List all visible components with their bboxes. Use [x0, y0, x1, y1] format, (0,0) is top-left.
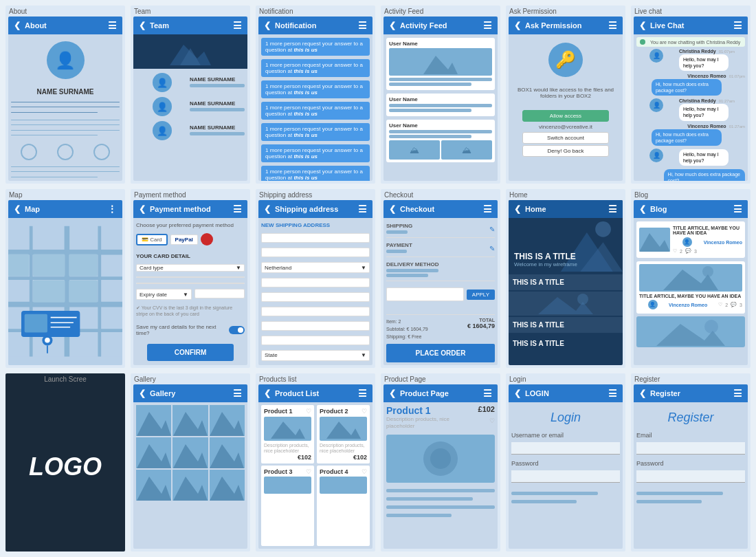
back-icon[interactable]: ❮ [139, 204, 146, 214]
menu-icon[interactable]: ☰ [733, 388, 742, 399]
address1-field[interactable] [261, 278, 370, 287]
back-icon[interactable]: ❮ [514, 204, 521, 214]
first-name-field[interactable] [261, 233, 370, 243]
menu-icon[interactable]: ☰ [608, 388, 617, 399]
payment-edit-icon[interactable]: ✎ [489, 245, 495, 252]
gallery-item[interactable] [136, 437, 171, 468]
last-name-field[interactable] [261, 248, 370, 257]
shipping-label: Shipping address [256, 189, 375, 199]
product-card[interactable]: Product 2 ♡ Description products, nice p… [317, 405, 370, 464]
postcode-field[interactable] [261, 336, 370, 345]
menu-icon[interactable]: ⋮ [107, 204, 117, 215]
menu-icon[interactable]: ☰ [233, 204, 242, 215]
home-subtitle: Welcome in my wireframe [514, 261, 577, 267]
apply-button[interactable]: APPLY [467, 290, 495, 300]
back-icon[interactable]: ❮ [264, 389, 271, 398]
menu-icon[interactable]: ☰ [483, 204, 492, 215]
back-icon[interactable]: ❮ [639, 389, 646, 398]
notification-item: 1 more person request your answer to a q… [261, 123, 370, 141]
register-phone: ❮ Register ☰ Register Email Password [634, 384, 748, 549]
back-icon[interactable]: ❮ [14, 21, 21, 30]
back-icon[interactable]: ❮ [639, 21, 646, 30]
product-page-label: Product Page [381, 373, 500, 383]
menu-icon[interactable]: ☰ [608, 20, 617, 31]
mobile-no-field[interactable] [136, 283, 245, 284]
save-card-toggle[interactable] [229, 326, 245, 334]
back-icon[interactable]: ❮ [389, 389, 396, 398]
svg-rect-13 [8, 254, 29, 276]
email-input[interactable] [636, 442, 745, 455]
back-icon[interactable]: ❮ [514, 21, 521, 30]
menu-icon[interactable]: ☰ [233, 20, 242, 31]
shipping-header: ❮ Shipping address ☰ [258, 200, 373, 218]
address3-field[interactable] [261, 307, 370, 316]
gallery-item[interactable] [136, 405, 171, 436]
expiry-select[interactable]: Expiry date ▼ [136, 289, 192, 300]
gallery-item[interactable] [173, 470, 208, 501]
back-icon[interactable]: ❮ [639, 204, 646, 214]
back-icon[interactable]: ❮ [139, 21, 146, 30]
menu-icon[interactable]: ☰ [483, 20, 492, 31]
card-number-field[interactable] [136, 276, 245, 278]
card-type-select[interactable]: Card type ▼ [136, 264, 245, 272]
back-icon[interactable]: ❮ [514, 389, 521, 398]
password-input[interactable] [511, 470, 620, 483]
back-icon[interactable]: ❮ [389, 21, 396, 30]
mastercard-icon[interactable] [201, 233, 213, 245]
menu-icon[interactable]: ☰ [233, 388, 242, 399]
shipping-section-title: NEW SHIPPING ADDRESS [261, 221, 370, 230]
main-grid: About ❮ About ☰ 👤 NAME SURNAME [0, 0, 756, 557]
cvv-field[interactable] [194, 289, 245, 298]
favorite-icon[interactable]: ♡ [306, 408, 311, 415]
state-select[interactable]: State ▼ [261, 350, 370, 361]
paypal-option[interactable]: PayPal [170, 234, 198, 245]
shipping-edit-icon[interactable]: ✎ [489, 226, 495, 233]
shipping-phone: ❮ Shipping address ☰ NEW SHIPPING ADDRES… [258, 200, 373, 364]
menu-icon[interactable]: ☰ [608, 204, 617, 215]
confirm-button[interactable]: CONFIRM [147, 344, 234, 361]
back-icon[interactable]: ❮ [264, 204, 271, 214]
favorite-icon[interactable]: ♡ [362, 408, 367, 415]
gallery-item[interactable] [210, 437, 245, 468]
text-line [190, 132, 245, 135]
switch-account-button[interactable]: Switch account [522, 132, 609, 144]
credit-card-option[interactable]: 💳 Card [136, 234, 168, 245]
username-input[interactable] [511, 442, 620, 455]
product-page-body: Product 1 Description products, nice pla… [383, 402, 498, 549]
product-price: €102 [264, 454, 311, 461]
gallery-item[interactable] [173, 437, 208, 468]
back-icon[interactable]: ❮ [139, 389, 146, 398]
favorite-icon[interactable]: ♡ [306, 468, 311, 475]
blog-post-row: TITLE ARTICLE, MAYBE YOU HAVE AN IDEA 👤 … [639, 226, 742, 254]
favorite-icon[interactable]: ♡ [489, 417, 495, 424]
menu-icon[interactable]: ☰ [358, 388, 367, 399]
gallery-item[interactable] [173, 405, 208, 436]
notification-phone: ❮ Notification ☰ 1 more person request y… [258, 17, 373, 181]
gallery-item[interactable] [210, 405, 245, 436]
coupon-field[interactable] [386, 287, 464, 301]
menu-icon[interactable]: ☰ [733, 204, 742, 215]
deny-button[interactable]: Deny! Go back [522, 145, 609, 157]
menu-icon[interactable]: ☰ [733, 20, 742, 31]
menu-icon[interactable]: ☰ [358, 204, 367, 215]
menu-icon[interactable]: ☰ [108, 20, 117, 31]
menu-icon[interactable]: ☰ [483, 388, 492, 399]
country-select[interactable]: Netherland ▼ [261, 262, 370, 273]
gallery-item[interactable] [136, 470, 171, 501]
back-icon[interactable]: ❮ [389, 204, 396, 214]
favorite-icon[interactable]: ♡ [362, 468, 367, 475]
product-card[interactable]: Product 4 ♡ [317, 466, 370, 546]
svg-marker-40 [137, 477, 171, 501]
back-icon[interactable]: ❮ [264, 21, 271, 30]
product-card[interactable]: Product 3 ♡ [261, 466, 314, 546]
register-password-input[interactable] [636, 470, 745, 483]
product-card[interactable]: Product 1 ♡ Description products, nice p… [261, 405, 314, 464]
back-icon[interactable]: ❮ [14, 204, 21, 214]
gallery-item[interactable] [210, 470, 245, 501]
menu-icon[interactable]: ☰ [358, 20, 367, 31]
checkout-label: Checkout [381, 189, 500, 199]
address2-field[interactable] [261, 292, 370, 302]
place-order-button[interactable]: PLACE ORDER [386, 344, 495, 362]
allow-access-button[interactable]: Allow access [522, 110, 609, 122]
city-field[interactable] [261, 321, 370, 331]
